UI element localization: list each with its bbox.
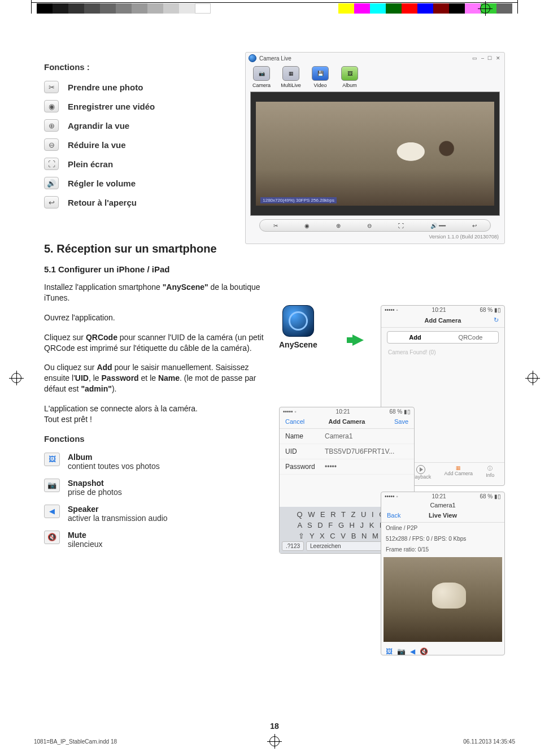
- album-icon: 🖼: [44, 453, 60, 466]
- camera-viewport: 1280x720(49%) 30FPS 256.28kbps: [250, 92, 500, 216]
- scissors-icon: ✂: [44, 81, 59, 93]
- kb-space-key[interactable]: Leerzeichen: [306, 541, 391, 551]
- zoom-out-icon: ⊖: [44, 138, 59, 151]
- registration-mark-left: [11, 373, 21, 383]
- fullscreen-icon: ⛶: [44, 158, 59, 170]
- empty-state-text: Camera Found! (0): [381, 347, 504, 358]
- phone-screen-live-view: ••••• ◦10:2168 % ▮▯ Camera1 Back Live Vi…: [381, 492, 505, 655]
- para-connect: L'application se connecte alors à la cam…: [44, 403, 264, 425]
- lv-speaker-icon[interactable]: ◀: [410, 648, 415, 655]
- tb-zoom-out-icon[interactable]: ⊖: [367, 223, 372, 229]
- registration-mark-bottom: [269, 736, 280, 746]
- para-add: Ou cliquez sur Add pour le saisir manuel…: [44, 362, 264, 394]
- anyscene-app-badge: AnyScene: [279, 305, 317, 349]
- bottom-tab-info[interactable]: ⓘInfo: [486, 465, 494, 480]
- zoom-in-icon: ⊕: [44, 119, 59, 132]
- conn-status: Online / P2P: [381, 523, 504, 533]
- back-button[interactable]: Back: [387, 512, 414, 519]
- record-icon: ◉: [44, 100, 59, 112]
- anyscene-label: AnyScene: [279, 340, 317, 349]
- para-install: Installez l'application smartphone "AnyS…: [44, 282, 264, 303]
- window-title: Camera Live: [259, 55, 472, 62]
- tab-video[interactable]: 💾Video: [310, 66, 330, 88]
- section-5-title: 5. Réception sur un smartphone: [44, 242, 505, 255]
- cow-scene-image: 1280x720(49%) 30FPS 256.28kbps: [256, 102, 494, 205]
- func-label: Réduire la vue: [68, 140, 126, 150]
- tab-multilive[interactable]: ▦MultiLive: [281, 66, 301, 88]
- live-view-image: [384, 557, 502, 642]
- func-label: Agrandir la vue: [68, 121, 129, 131]
- lv-album-icon[interactable]: 🖼: [386, 648, 393, 655]
- camera-live-app-icon: [249, 54, 256, 62]
- func-label: Régler le volume: [68, 179, 136, 188]
- registration-mark-right: [528, 373, 538, 383]
- anyscene-app-icon: [282, 305, 314, 337]
- frame-ratio: Frame ratio: 0/15: [381, 544, 504, 555]
- para-open: Ouvrez l'application.: [44, 312, 264, 323]
- tab-album[interactable]: 🖼Album: [339, 66, 360, 88]
- camera-icon: 📷: [253, 66, 270, 81]
- album-icon: 🖼: [341, 66, 358, 81]
- page-number: 18: [270, 722, 279, 731]
- version-text: Version 1.1.0 (Build 20130708): [246, 232, 504, 240]
- back-icon: ↩: [44, 196, 59, 208]
- bottom-tab-addcamera[interactable]: ▦Add Camera: [445, 465, 473, 480]
- tb-fullscreen-icon[interactable]: ⛶: [398, 223, 404, 229]
- camera-live-window: Camera Live ▭ – ☐ ✕ 📷Camera ▦MultiLive 💾…: [245, 52, 505, 244]
- volume-icon: 🔊: [44, 177, 59, 189]
- kb-numbers-key[interactable]: .?123: [282, 541, 304, 551]
- info-icon: ⓘ: [487, 466, 493, 471]
- mute-icon: 🔇: [44, 531, 60, 544]
- lv-mute-icon[interactable]: 🔇: [420, 648, 428, 655]
- tb-record-icon[interactable]: ◉: [304, 223, 310, 229]
- window-buttons[interactable]: ▭ – ☐ ✕: [472, 55, 502, 61]
- tb-back-icon[interactable]: ↩: [472, 223, 477, 229]
- snapshot-icon: 📷: [44, 479, 60, 492]
- color-bar-left: [37, 3, 211, 14]
- cancel-button[interactable]: Cancel: [285, 418, 312, 425]
- para-qrcode: Cliquez sur QRCode pour scanner l'UID de…: [44, 332, 264, 354]
- tb-volume-slider[interactable]: 🔊 ━━: [430, 223, 446, 229]
- password-field[interactable]: •••••: [325, 463, 337, 471]
- tb-zoom-in-icon[interactable]: ⊕: [336, 223, 341, 229]
- segmented-control[interactable]: Add QRCode: [387, 331, 499, 344]
- func-label: Retour à l'aperçu: [68, 198, 137, 207]
- footer-date: 06.11.2013 14:35:45: [463, 738, 515, 745]
- res-info: 512x288 / FPS: 0 / BPS: 0 Kbps: [381, 533, 504, 544]
- save-icon: 💾: [312, 66, 329, 81]
- footer-file: 1081=BA_IP_StableCam.indd 18: [34, 738, 117, 745]
- name-field[interactable]: Camera1: [325, 432, 352, 440]
- green-arrow-icon: [352, 334, 364, 346]
- tab-camera[interactable]: 📷Camera: [251, 66, 272, 88]
- play-icon: [416, 465, 425, 474]
- uid-field[interactable]: TBS5VD7U6FPRT1V...: [325, 447, 394, 455]
- refresh-button[interactable]: ↻: [472, 316, 499, 324]
- lv-snapshot-icon[interactable]: 📷: [397, 648, 406, 655]
- video-overlay: 1280x720(49%) 30FPS 256.28kbps: [260, 197, 337, 203]
- speaker-icon: ◀: [44, 505, 60, 518]
- section-5-1-title: 5.1 Configurer un iPhone / iPad: [44, 264, 505, 274]
- grid-icon: ▦: [282, 66, 299, 81]
- camera-name: Camera1: [381, 501, 504, 510]
- func-label: Plein écran: [68, 159, 113, 169]
- seg-qrcode[interactable]: QRCode: [443, 332, 498, 343]
- func-label: Enregistrer une vidéo: [68, 102, 155, 111]
- func-label: Prendre une photo: [68, 82, 143, 92]
- seg-add[interactable]: Add: [387, 332, 443, 343]
- registration-mark-top: [480, 3, 490, 14]
- addcam-icon: ▦: [456, 465, 461, 471]
- save-button[interactable]: Save: [381, 418, 408, 425]
- tb-scissors-icon[interactable]: ✂: [273, 223, 278, 229]
- camera-toolbar: ✂ ◉ ⊕ ⊖ ⛶ 🔊 ━━ ↩: [259, 219, 491, 232]
